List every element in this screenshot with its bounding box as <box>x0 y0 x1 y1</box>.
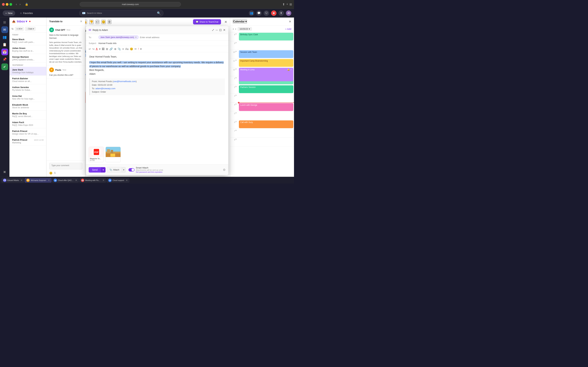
taskbar-item-eduard[interactable]: EM Eduard Marks ✕ <box>1 178 24 183</box>
signature-btn[interactable]: ✏ <box>135 47 137 50</box>
chip-remove-btn[interactable]: ✕ <box>135 36 137 38</box>
speech-icon[interactable]: 🗨 <box>264 10 269 16</box>
link-btn[interactable]: 🔗 <box>109 47 113 50</box>
close-btn[interactable] <box>2 3 5 6</box>
taskbar-item-cloud[interactable]: ☁ Cloud offer Q4/2023 ✕ <box>52 178 79 183</box>
compose-restore-btn[interactable]: ⊡ <box>219 28 222 32</box>
email-item-asthon[interactable]: Asthon Serenke Fly tickets for Dubai... <box>9 84 46 93</box>
text-format-icon[interactable]: A <box>54 172 56 175</box>
sidebar-contacts[interactable]: 👥 <box>1 34 8 41</box>
record-icon[interactable]: ⏺ <box>271 10 277 16</box>
email-item-patrick-p2[interactable]: Patrick Priecel 10/23 12:00 Marketing <box>9 137 46 146</box>
translate-close-btn[interactable]: ✕ <box>80 20 82 23</box>
event-meeting-lima[interactable]: Meeting in Lima 🔔 ✓ <box>239 68 293 81</box>
cal-prev-btn[interactable]: ‹ <box>233 27 234 31</box>
taskbar-item-michaela[interactable]: MS Michaela Sopprani ✕ <box>24 178 51 183</box>
date-sort-btn[interactable]: ↕ Date ▾ <box>25 27 36 31</box>
chat-input[interactable] <box>49 163 82 169</box>
image-insert-btn[interactable]: 🖼 <box>102 48 105 50</box>
compose-attachment-pdf[interactable]: PDF Magazine Vo... 84 MB <box>89 147 104 162</box>
search-magnifier[interactable]: 🔍 <box>157 11 161 15</box>
sidebar-close[interactable]: ✖ <box>1 169 8 175</box>
compose-body[interactable]: Dear Hormel Foods Team, I hope this emai… <box>86 52 228 147</box>
share-icon[interactable]: ⬆ <box>282 2 285 6</box>
share-to-teamchat-btn[interactable]: 💬 Share to TeamChat <box>193 19 221 25</box>
emoji-toolbar-btn[interactable]: 😊 <box>130 47 133 50</box>
event-important-camp[interactable]: Important Camp Brainstorming <box>239 59 293 67</box>
compose-close-btn[interactable]: ✕ <box>223 28 226 32</box>
attach-toolbar-btn[interactable]: 📎 <box>118 47 121 50</box>
table-btn[interactable]: ⊞ <box>106 47 108 50</box>
user-avatar[interactable]: JD <box>286 10 291 16</box>
cal-add-btn[interactable]: + Add <box>285 28 291 30</box>
upload-icon[interactable]: ⬆ <box>278 10 284 16</box>
sidebar-notes[interactable]: 📌 <box>1 56 8 63</box>
cal-date-btn[interactable]: 10/25/23 ▾ <box>237 27 252 31</box>
sidebar-tasks[interactable]: 📋 <box>1 41 8 48</box>
maximize-btn[interactable] <box>9 3 12 6</box>
minimize-btn[interactable] <box>6 3 8 6</box>
email-item-george[interactable]: George Marteen [JIRA] Updated schedu... <box>9 54 46 63</box>
chat-icon[interactable]: 💬 <box>256 10 262 16</box>
undo-btn[interactable]: ↩ <box>89 47 91 50</box>
taskbar-item-cloudsupport[interactable]: ☁ Cloud support ✕ <box>106 178 130 183</box>
new-tab-btn[interactable]: + <box>286 2 288 6</box>
email-item-martin[interactable]: Martin De Boy Re[3]: servis Merced... <box>9 111 46 119</box>
email-item-anna[interactable]: Anna Hat New offer for Asia regio... <box>9 93 46 102</box>
event-partners-session[interactable]: Partners Session <box>239 85 293 93</box>
important-btn[interactable]: ! <box>138 48 139 50</box>
to-input[interactable] <box>140 36 226 39</box>
smart-attach-switch[interactable] <box>129 168 135 172</box>
taskbar-close-cloud[interactable]: ✕ <box>75 179 77 182</box>
new-button[interactable]: + New <box>3 10 15 16</box>
toolbar-tag[interactable]: 🏷 <box>96 20 99 24</box>
event-call-suzy[interactable]: Call with Suzy <box>239 120 293 128</box>
address-bar[interactable]: mail.icewarp.com <box>80 2 181 7</box>
back-btn[interactable]: ‹ <box>15 2 18 6</box>
email-item-patrick-p1[interactable]: Patrick Priecel Design vision for VR UI … <box>9 128 46 137</box>
taskbar-close-eduard[interactable]: ✕ <box>21 179 23 182</box>
event-session-team[interactable]: Session with Team <box>239 50 293 58</box>
sidebar-apps[interactable]: ⊞ <box>1 19 8 26</box>
people-icon[interactable]: 👥 <box>249 10 254 16</box>
toolbar-emoji[interactable]: 😊 <box>101 20 106 24</box>
email-item-steve[interactable]: Steve Black Re[2]: Lunch with partn... <box>9 36 46 45</box>
email-item-elisabeth[interactable]: Elisabeth Musk Stock for ambiente <box>9 102 46 111</box>
email-item-patrick-b[interactable]: Patrick Balister Cloud restore an alt... <box>9 75 46 84</box>
font-color-btn[interactable]: A <box>96 48 98 50</box>
filter-btn[interactable]: ≡ All ▾ <box>15 27 24 31</box>
widget-btn[interactable]: ⊕ <box>114 47 116 50</box>
sidebar-mail[interactable]: ✉ <box>1 26 8 33</box>
taskbar-close-michaela[interactable]: ✕ <box>48 179 50 182</box>
calendar-title-btn[interactable]: Calendar ▾ <box>233 20 247 24</box>
calendar-close-btn[interactable]: ✕ <box>289 20 291 24</box>
email-item-adam[interactable]: Adam Paclt Re[2]: Gitex Expo 2023 <box>9 119 46 128</box>
taskbar-close-paula[interactable]: ✕ <box>103 179 105 182</box>
toolbar-dislike[interactable]: 👎 <box>89 20 94 24</box>
compose-gear-btn[interactable]: ⚙ <box>223 168 226 172</box>
redo-btn[interactable]: ↪ <box>92 47 94 50</box>
compose-minimize-btn[interactable]: ─ <box>216 28 218 32</box>
send-dropdown-btn[interactable]: ▾ <box>101 167 106 173</box>
more-options-btn[interactable]: ▾ <box>140 47 142 50</box>
refresh-btn[interactable]: ↻ <box>11 27 14 31</box>
email-item-jane[interactable]: Jane Stark Greetings from holidays <box>9 67 46 75</box>
attach-button[interactable]: 📎 Attach <box>107 167 122 173</box>
favorites-button[interactable]: ☆ Favorites <box>17 10 36 16</box>
toolbar-trash[interactable]: 🗑 <box>108 20 111 24</box>
taskbar-close-cloudsupport[interactable]: ✕ <box>126 179 128 182</box>
attach-dropdown-btn[interactable]: ▾ <box>122 167 126 173</box>
sidebar-check[interactable]: ✔ <box>1 63 8 70</box>
smart-attach-link[interactable]: Set password and link expiration <box>136 171 163 173</box>
emoji-input-icon[interactable]: 😊 <box>49 172 53 175</box>
font-dropdown-btn[interactable]: ▾ <box>99 47 100 50</box>
compose-expand-btn[interactable]: ⤢ <box>212 28 214 32</box>
close-email-panel-btn[interactable]: ✕ <box>224 20 227 24</box>
sidebar-calendar[interactable]: 📅 <box>1 49 8 55</box>
inbox-dropdown[interactable]: Inbox ▾ <box>17 20 27 23</box>
event-birthday-sync[interactable]: Birthday Sync Clark <box>239 33 293 41</box>
text-style-btn[interactable]: Aa <box>125 48 129 50</box>
taskbar-item-paula[interactable]: 📅 Meeting with Paula ✕ <box>79 178 106 183</box>
compose-attachment-photo[interactable] <box>106 147 121 162</box>
forward-btn[interactable]: › <box>18 2 22 6</box>
